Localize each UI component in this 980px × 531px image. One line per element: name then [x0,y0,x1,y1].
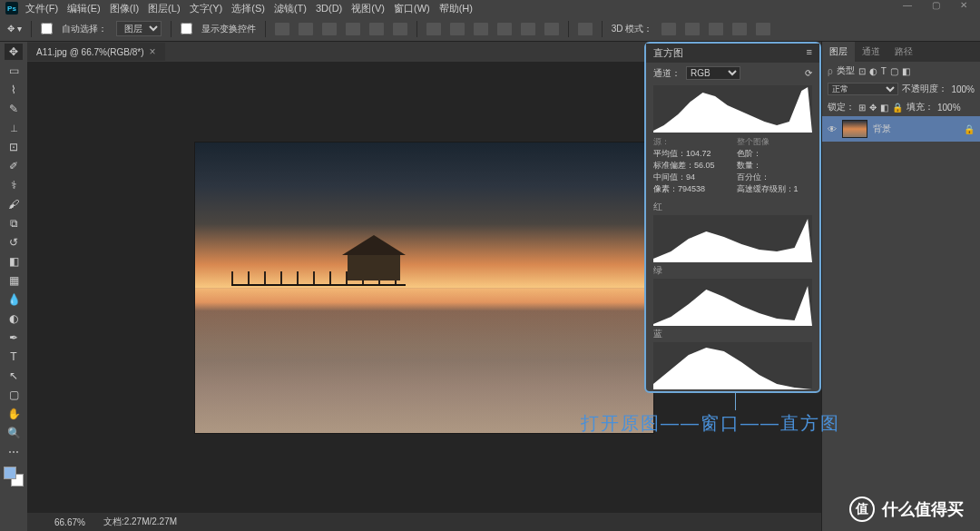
show-transform-checkbox[interactable] [181,23,192,34]
3d-icon5[interactable] [756,23,770,35]
brush-tool[interactable]: 🖌 [5,196,23,212]
histogram-red [653,215,812,262]
close-icon[interactable]: ✕ [960,0,967,10]
filter-icon1[interactable]: ⊡ [858,66,866,76]
canvas-image[interactable] [195,143,653,433]
align-right-icon[interactable] [322,23,337,35]
app-logo-icon: Ps [5,2,18,15]
clone-tool[interactable]: ⧉ [5,215,23,231]
menu-file[interactable]: 文件(F) [25,2,58,15]
document-tab[interactable]: A11.jpg @ 66.7%(RGB/8*) × [27,43,165,61]
frame-tool[interactable]: ⊡ [5,139,23,155]
lock-pixel-icon[interactable]: ◧ [880,103,888,113]
move-tool[interactable]: ✥ [5,44,23,60]
menu-select[interactable]: 选择(S) [231,2,265,15]
align-top-icon[interactable] [346,23,360,35]
distribute-icon3[interactable] [521,23,535,35]
watermark-text: 什么值得买 [882,498,964,520]
distribute-icon4[interactable] [544,23,559,35]
distribute-icon2[interactable] [497,23,512,35]
edit-toolbar[interactable]: ⋯ [5,444,23,460]
lock-icon[interactable]: 🔒 [892,103,903,113]
shape-tool[interactable]: ▢ [5,387,23,403]
tab-channels[interactable]: 通道 [855,42,887,62]
show-transform-label: 显示变换控件 [201,23,256,35]
auto-select-checkbox[interactable] [41,23,53,34]
layer-item[interactable]: 👁 背景 🔒 [822,116,980,142]
zoom-tool[interactable]: 🔍 [5,425,23,441]
filter-icon2[interactable]: ◐ [869,66,877,76]
align-left-icon[interactable] [275,23,289,35]
align-center-icon[interactable] [299,23,313,35]
quick-select-tool[interactable]: ✎ [5,101,23,117]
pen-tool[interactable]: ✒ [5,329,23,346]
crop-tool[interactable]: ⟂ [5,120,23,136]
foreground-color[interactable] [4,467,16,479]
restore-icon[interactable]: ▢ [932,0,940,10]
visibility-icon[interactable]: 👁 [828,124,837,134]
fill-value[interactable]: 100% [937,103,961,113]
channel-dropdown[interactable]: RGB [686,66,740,80]
histogram-title: 直方图 [653,46,683,60]
lock-all-icon[interactable]: ⊞ [858,103,866,113]
opacity-value[interactable]: 100% [951,84,975,94]
path-select-tool[interactable]: ↖ [5,368,23,384]
minimize-icon[interactable]: — [903,0,912,10]
layer-thumbnail[interactable] [842,120,867,138]
green-channel-label: 绿 [646,264,819,277]
blend-mode-dropdown[interactable]: 正常 [828,83,898,95]
tab-close-icon[interactable]: × [150,45,156,58]
lasso-tool[interactable]: ⌇ [5,82,23,98]
doc-size[interactable]: 文档:2.27M/2.27M [103,516,177,528]
distribute-v-icon[interactable] [450,23,465,35]
menu-type[interactable]: 文字(Y) [190,2,223,15]
3d-icon4[interactable] [732,23,747,35]
align-bottom-icon[interactable] [393,23,407,35]
more-icon[interactable] [578,23,593,35]
3d-icon3[interactable] [709,23,723,35]
menu-filter[interactable]: 滤镜(T) [274,2,307,15]
filter-icon5[interactable]: ◧ [902,66,910,76]
watermark-icon: 值 [849,497,875,522]
align-middle-icon[interactable] [369,23,384,35]
move-tool-icon[interactable]: ✥ ▾ [7,24,22,34]
hand-tool[interactable]: ✋ [5,406,23,422]
gradient-tool[interactable]: ▦ [5,272,23,289]
distribute-icon[interactable] [474,23,488,35]
auto-select-dropdown[interactable]: 图层 [116,21,162,36]
channel-label: 通道： [653,67,681,80]
menu-image[interactable]: 图像(I) [110,2,139,15]
color-swatches[interactable] [4,467,24,487]
histogram-stats: 源：整个图像 平均值：104.72色阶： 标准偏差：56.05数量： 中间值：9… [646,134,819,201]
distribute-h-icon[interactable] [426,23,441,35]
watermark: 值 什么值得买 [849,497,964,522]
eyedropper-tool[interactable]: ✐ [5,158,23,174]
histogram-rgb [653,85,812,133]
menu-layer[interactable]: 图层(L) [148,2,180,15]
dodge-tool[interactable]: ◐ [5,310,23,327]
3d-icon2[interactable] [685,23,700,35]
lock-pos-icon[interactable]: ✥ [869,103,877,113]
lock-label: 锁定： [828,101,855,113]
panel-menu-icon[interactable]: ≡ [807,46,812,60]
filter-icon3[interactable]: T [881,66,887,76]
histogram-green [653,279,812,326]
type-tool[interactable]: T [5,349,23,365]
tab-layers[interactable]: 图层 [822,42,855,62]
blur-tool[interactable]: 💧 [5,291,23,308]
3d-icon1[interactable] [662,23,676,35]
history-brush-tool[interactable]: ↺ [5,234,23,251]
tab-paths[interactable]: 路径 [887,42,920,62]
zoom-level[interactable]: 66.67% [54,517,85,527]
menu-3d[interactable]: 3D(D) [316,3,342,14]
menu-window[interactable]: 窗口(W) [394,2,430,15]
menu-help[interactable]: 帮助(H) [439,2,473,15]
filter-icon4[interactable]: ▢ [890,66,898,76]
eraser-tool[interactable]: ◧ [5,253,23,270]
refresh-icon[interactable]: ⟳ [805,68,812,78]
marquee-tool[interactable]: ▭ [5,63,23,79]
menu-edit[interactable]: 编辑(E) [67,2,101,15]
healing-tool[interactable]: ⚕ [5,177,23,193]
menu-bar: Ps 文件(F) 编辑(E) 图像(I) 图层(L) 文字(Y) 选择(S) 滤… [0,0,980,16]
menu-view[interactable]: 视图(V) [351,2,385,15]
